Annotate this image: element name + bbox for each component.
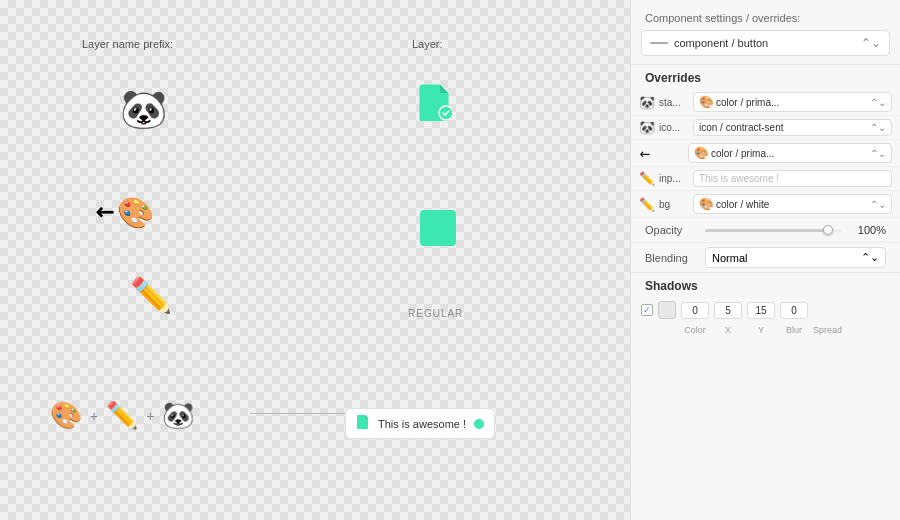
override-icon-arrow: ↖ bbox=[635, 144, 653, 162]
blending-select[interactable]: Normal ⌃⌄ bbox=[705, 247, 886, 268]
shadow-col-y-label: Y bbox=[747, 325, 775, 335]
override-label-inp: inp... bbox=[659, 173, 689, 184]
shadows-header: Shadows bbox=[631, 272, 900, 297]
arrow-palette-group: ↖ 🎨 bbox=[95, 195, 154, 230]
override-label-bg: bg bbox=[659, 199, 689, 210]
blending-row: Blending Normal ⌃⌄ bbox=[631, 242, 900, 272]
opacity-row: Opacity 100% bbox=[631, 218, 900, 242]
chevron-ico: ⌃⌄ bbox=[870, 122, 886, 133]
override-value-sta[interactable]: 🎨 color / prima... ⌃⌄ bbox=[693, 92, 892, 112]
opacity-thumb bbox=[823, 225, 833, 235]
comp-line bbox=[650, 42, 668, 44]
plus-1: + bbox=[90, 408, 98, 424]
layer-label: Layer: bbox=[412, 38, 443, 50]
bottom-icon-row: 🎨 + ✏️ + 🐼 bbox=[50, 400, 194, 431]
chevron-sta: ⌃⌄ bbox=[870, 97, 886, 108]
shadow-col-spread-label: Spread bbox=[813, 325, 841, 335]
shadow-checkbox[interactable] bbox=[641, 304, 653, 316]
overrides-header: Overrides bbox=[631, 64, 900, 89]
arrow-icon: ↖ bbox=[88, 197, 119, 228]
green-square bbox=[420, 210, 456, 246]
override-label-sta: sta... bbox=[659, 97, 689, 108]
palette-icon-sta: 🎨 bbox=[699, 95, 714, 109]
override-icon-inp: ✏️ bbox=[639, 171, 655, 186]
component-selector-left: component / button bbox=[650, 37, 768, 49]
right-panel: Component settings / overrides: componen… bbox=[630, 0, 900, 520]
chevron-arrow: ⌃⌄ bbox=[870, 148, 886, 159]
component-name: component / button bbox=[674, 37, 768, 49]
opacity-value: 100% bbox=[850, 224, 886, 236]
regular-label: REGULAR bbox=[408, 308, 463, 319]
override-value-inp[interactable]: This is awesome ! bbox=[693, 170, 892, 187]
panel-header: Component settings / overrides: bbox=[631, 0, 900, 30]
pencil-icon-bottom: ✏️ bbox=[106, 400, 138, 431]
layer-prefix-label: Layer name prefix: bbox=[82, 38, 173, 50]
palette-icon: 🎨 bbox=[117, 195, 154, 230]
shadow-col-checkbox-spacer bbox=[641, 325, 653, 335]
blending-label: Blending bbox=[645, 252, 697, 264]
override-row-arrow: ↖ 🎨 color / prima... ⌃⌄ bbox=[631, 140, 900, 167]
chevron-bg: ⌃⌄ bbox=[870, 199, 886, 210]
shadow-y[interactable]: 5 bbox=[714, 302, 742, 319]
override-icon-ico: 🐼 bbox=[639, 120, 655, 135]
override-row-bg: ✏️ bg 🎨 color / white ⌃⌄ bbox=[631, 191, 900, 218]
layer-doc-icon bbox=[418, 83, 452, 124]
canvas-content: Layer name prefix: Layer: 🐼 ↖ 🎨 ✏️ 🎨 + ✏… bbox=[0, 0, 630, 520]
override-val-text-sta: color / prima... bbox=[716, 97, 870, 108]
shadow-row: 0 5 15 0 bbox=[631, 297, 900, 323]
blending-chevron: ⌃⌄ bbox=[861, 251, 879, 264]
override-icon-bg: ✏️ bbox=[639, 197, 655, 212]
preview-button-text: This is awesome ! bbox=[378, 418, 466, 430]
blending-value: Normal bbox=[712, 252, 747, 264]
palette-icon-bg: 🎨 bbox=[699, 197, 714, 211]
shadow-blur[interactable]: 15 bbox=[747, 302, 775, 319]
override-row-inp: ✏️ inp... This is awesome ! bbox=[631, 167, 900, 191]
override-value-bg[interactable]: 🎨 color / white ⌃⌄ bbox=[693, 194, 892, 214]
override-val-text-arrow: color / prima... bbox=[711, 148, 870, 159]
preview-dot bbox=[474, 419, 484, 429]
override-val-text-bg: color / white bbox=[716, 199, 870, 210]
shadow-col-color-label: Color bbox=[681, 325, 709, 335]
plus-2: + bbox=[146, 408, 154, 424]
shadow-col-x-label: X bbox=[714, 325, 742, 335]
override-value-arrow[interactable]: 🎨 color / prima... ⌃⌄ bbox=[688, 143, 892, 163]
override-row-ico: 🐼 ico... icon / contract-sent ⌃⌄ bbox=[631, 116, 900, 140]
palette-icon-arrow: 🎨 bbox=[694, 146, 709, 160]
override-label-ico: ico... bbox=[659, 122, 689, 133]
palette-icon-bottom: 🎨 bbox=[50, 400, 82, 431]
shadow-col-blur-label: Blur bbox=[780, 325, 808, 335]
shadow-col-color-spacer bbox=[658, 325, 676, 335]
opacity-slider[interactable] bbox=[705, 229, 842, 232]
svg-point-0 bbox=[439, 106, 452, 120]
shadow-color-swatch[interactable] bbox=[658, 301, 676, 319]
pencil-icon: ✏️ bbox=[130, 275, 172, 315]
override-value-ico[interactable]: icon / contract-sent ⌃⌄ bbox=[693, 119, 892, 136]
opacity-label: Opacity bbox=[645, 224, 697, 236]
chevron-ud-icon: ⌃⌄ bbox=[861, 36, 881, 50]
override-row-sta: 🐼 sta... 🎨 color / prima... ⌃⌄ bbox=[631, 89, 900, 116]
component-selector[interactable]: component / button ⌃⌄ bbox=[641, 30, 890, 56]
shadow-x[interactable]: 0 bbox=[681, 302, 709, 319]
panda-icon-bottom: 🐼 bbox=[162, 400, 194, 431]
override-icon-sta: 🐼 bbox=[639, 95, 655, 110]
preview-button[interactable]: This is awesome ! bbox=[345, 408, 495, 439]
panda-icon-top: 🐼 bbox=[120, 90, 167, 128]
override-val-text-ico: icon / contract-sent bbox=[699, 122, 870, 133]
override-val-text-inp: This is awesome ! bbox=[699, 173, 886, 184]
shadow-col-labels: Color X Y Blur Spread bbox=[631, 323, 900, 341]
preview-doc-icon bbox=[356, 414, 370, 433]
shadow-spread[interactable]: 0 bbox=[780, 302, 808, 319]
connector-line bbox=[250, 413, 360, 414]
